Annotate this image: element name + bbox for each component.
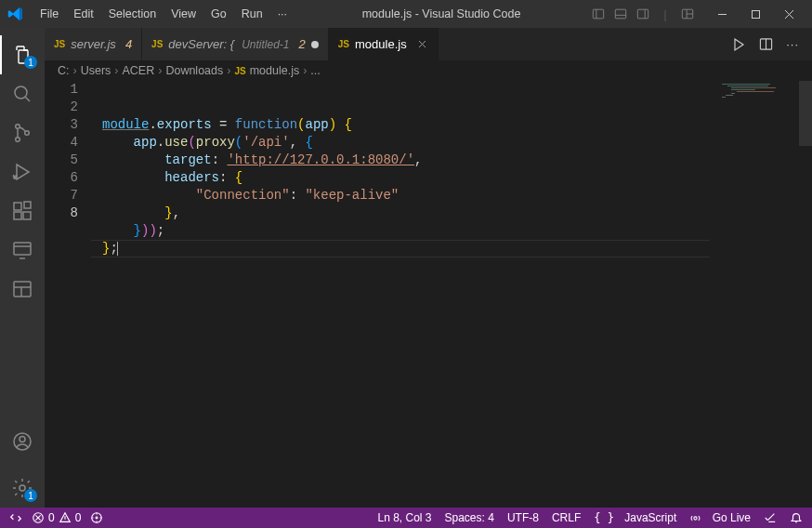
tab-label: devServer: { <box>168 37 234 51</box>
tab-devserver[interactable]: JS devServer: { Untitled-1 2 <box>142 28 329 60</box>
window-controls <box>706 1 805 27</box>
status-encoding[interactable]: UTF-8 <box>507 511 539 524</box>
tab-label: server.js <box>71 37 116 51</box>
svg-point-30 <box>20 437 25 442</box>
status-lncol[interactable]: Ln 8, Col 3 <box>377 511 431 524</box>
tab-badge: 2 <box>299 37 306 51</box>
code-area[interactable]: module.exports = function(app) { app.use… <box>91 81 812 508</box>
breadcrumb-segment[interactable]: ... <box>310 64 320 77</box>
editor[interactable]: 12345678 module.exports = function(app) … <box>45 81 812 508</box>
status-prettier[interactable] <box>764 511 777 524</box>
svg-point-15 <box>16 125 20 129</box>
toggle-panel-left-icon[interactable] <box>589 7 608 21</box>
tab-badge: 4 <box>125 37 132 51</box>
layout-controls: | <box>589 7 697 21</box>
svg-rect-4 <box>637 9 648 19</box>
title-bar: File Edit Selection View Go Run ··· modu… <box>0 0 812 28</box>
svg-point-42 <box>694 516 697 519</box>
explorer-badge: 1 <box>24 56 37 69</box>
tab-actions: ··· <box>731 28 812 60</box>
activity-source-control[interactable] <box>0 113 45 152</box>
status-problems[interactable]: 0 0 <box>32 511 81 524</box>
svg-point-13 <box>15 86 27 99</box>
status-warnings-count: 0 <box>75 511 82 524</box>
status-ports[interactable] <box>90 511 103 524</box>
scrollbar-thumb[interactable] <box>799 81 812 146</box>
menu-run[interactable]: Run <box>235 4 269 24</box>
breadcrumb-segment[interactable]: ACER <box>123 64 155 77</box>
run-icon[interactable] <box>731 37 746 52</box>
status-eol[interactable]: CRLF <box>552 511 581 524</box>
menu-file[interactable]: File <box>33 4 65 24</box>
menu-go[interactable]: Go <box>204 4 233 24</box>
more-actions-icon[interactable]: ··· <box>786 37 799 51</box>
js-file-icon: JS <box>234 66 245 76</box>
status-errors-count: 0 <box>48 511 55 524</box>
vertical-scrollbar[interactable] <box>799 81 812 508</box>
menu-more[interactable]: ··· <box>271 4 294 24</box>
svg-point-41 <box>97 517 98 519</box>
tab-server-js[interactable]: JS server.js 4 <box>45 28 142 60</box>
activity-remote-explorer[interactable] <box>0 231 45 270</box>
tab-label: module.js <box>355 37 407 51</box>
close-tab-icon[interactable] <box>416 38 428 50</box>
menu-selection[interactable]: Selection <box>102 4 163 24</box>
close-button[interactable] <box>773 1 805 27</box>
menu-edit[interactable]: Edit <box>67 4 100 24</box>
dirty-indicator-icon <box>311 41 319 48</box>
settings-badge: 1 <box>24 489 37 502</box>
breadcrumbs[interactable]: C:› Users› ACER› Downloads› JS module.js… <box>45 60 812 81</box>
svg-rect-22 <box>24 202 31 208</box>
svg-rect-10 <box>752 10 759 18</box>
js-file-icon: JS <box>54 39 65 49</box>
menu-view[interactable]: View <box>164 4 203 24</box>
js-file-icon: JS <box>338 39 349 49</box>
breadcrumb-segment[interactable]: Users <box>81 64 111 77</box>
activity-run-debug[interactable] <box>0 152 45 191</box>
svg-rect-2 <box>615 9 625 19</box>
activity-explorer[interactable]: 1 <box>0 35 45 74</box>
activity-extensions[interactable] <box>0 191 45 231</box>
tab-module-js[interactable]: JS module.js <box>329 28 439 60</box>
status-spaces[interactable]: Spaces: 4 <box>445 511 494 524</box>
svg-rect-26 <box>14 282 31 297</box>
activity-bar: 1 1 <box>0 28 45 508</box>
svg-point-18 <box>14 177 16 178</box>
svg-point-17 <box>25 131 30 136</box>
toggle-panel-bottom-icon[interactable] <box>611 7 630 21</box>
status-language[interactable]: { } JavaScript <box>594 511 676 524</box>
breadcrumb-segment[interactable]: Downloads <box>165 64 223 77</box>
status-notifications[interactable] <box>790 511 803 524</box>
status-remote[interactable] <box>9 511 22 524</box>
activity-settings[interactable]: 1 <box>0 469 45 508</box>
minimap[interactable] <box>714 81 798 508</box>
js-file-icon: JS <box>151 39 163 49</box>
svg-line-14 <box>25 97 30 101</box>
svg-point-31 <box>20 485 25 491</box>
activity-accounts[interactable] <box>0 422 45 461</box>
status-bar: 0 0 Ln 8, Col 3 Spaces: 4 UTF-8 CRLF { }… <box>0 508 812 528</box>
split-editor-icon[interactable] <box>759 37 773 51</box>
svg-rect-20 <box>14 212 21 219</box>
svg-rect-23 <box>14 243 31 255</box>
svg-rect-21 <box>23 212 31 219</box>
editor-tabs: JS server.js 4 JS devServer: { Untitled-… <box>45 28 812 60</box>
breadcrumb-segment[interactable]: module.js <box>250 64 300 77</box>
activity-search[interactable] <box>0 74 45 113</box>
customize-layout-icon[interactable] <box>678 7 697 21</box>
maximize-button[interactable] <box>740 1 771 27</box>
svg-point-16 <box>16 138 20 142</box>
toggle-panel-right-icon[interactable] <box>634 7 652 21</box>
minimize-button[interactable] <box>706 1 738 27</box>
line-gutter: 12345678 <box>45 81 91 508</box>
svg-rect-0 <box>593 9 603 19</box>
breadcrumb-segment[interactable]: C: <box>58 64 70 77</box>
window-title: module.js - Visual Studio Code <box>294 7 589 20</box>
menu-bar: File Edit Selection View Go Run ··· <box>33 4 294 24</box>
svg-rect-19 <box>14 203 21 210</box>
vscode-logo-icon <box>7 6 24 22</box>
tab-suffix: Untitled-1 <box>242 38 289 51</box>
status-golive[interactable]: Go Live <box>689 511 751 524</box>
activity-layout[interactable] <box>0 270 45 309</box>
